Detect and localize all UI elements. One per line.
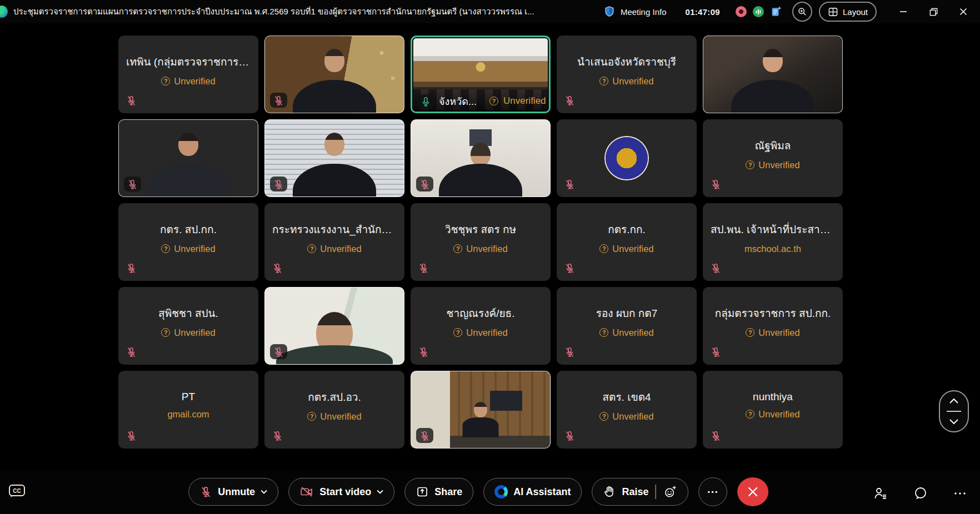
participant-tile-20[interactable]: กลุ่มตรวจราชการ สป.กก. ?Unverified xyxy=(703,287,843,365)
muted-mic-icon xyxy=(126,263,137,274)
participant-tile-7[interactable] xyxy=(264,119,404,197)
participant-tile-25[interactable]: nunthiya ?Unverified xyxy=(703,371,843,449)
grid-layout-icon xyxy=(828,7,838,17)
question-badge-icon: ? xyxy=(161,244,170,253)
recording-indicator-icon[interactable] xyxy=(736,6,747,17)
more-options-button[interactable]: ··· xyxy=(698,477,727,506)
start-video-button[interactable]: Start video xyxy=(288,478,394,506)
participant-tile-4[interactable]: นำเสนอจังหวัดราชบุรี ?Unverified xyxy=(557,36,697,113)
raise-hand-button[interactable]: Raise xyxy=(592,478,689,506)
minimize-button[interactable] xyxy=(892,2,914,22)
question-badge-icon: ? xyxy=(453,328,462,337)
participant-tile-9[interactable] xyxy=(557,119,697,197)
muted-mic-icon xyxy=(199,486,212,498)
verification-status: mschool.ac.th xyxy=(711,244,835,254)
restore-button[interactable] xyxy=(922,2,944,22)
question-badge-icon: ? xyxy=(746,160,754,169)
active-speaker-overlay: จังหวัด... ?Unverified xyxy=(412,90,549,112)
scroll-up-button[interactable] xyxy=(949,398,959,404)
audio-level-icon[interactable] xyxy=(753,6,764,17)
ai-assistant-button[interactable]: AI Assistant xyxy=(483,478,582,506)
muted-mic-icon xyxy=(126,346,137,358)
svg-text:CC: CC xyxy=(13,488,21,494)
muted-mic-icon xyxy=(564,179,576,190)
participant-tile-24[interactable]: สตร. เขต4 ?Unverified xyxy=(557,371,697,449)
start-video-label: Start video xyxy=(319,486,371,498)
muted-mic-icon xyxy=(564,95,576,107)
chat-button[interactable] xyxy=(912,485,929,502)
question-badge-icon: ? xyxy=(746,328,754,337)
participant-tile-5[interactable] xyxy=(703,36,843,113)
participant-tile-17[interactable] xyxy=(264,287,404,365)
participant-tile-18[interactable]: ชาญณรงค์/ยธ. ?Unverified xyxy=(411,287,551,365)
share-button[interactable]: Share xyxy=(404,478,473,506)
participants-button[interactable] xyxy=(872,485,889,502)
participant-name: สป.พน. เจ้าหน้าที่ประสาน... xyxy=(711,221,835,238)
verification-status: ?Unverified xyxy=(126,76,251,87)
question-badge-icon: ? xyxy=(599,244,608,253)
reactions-emoji-icon[interactable] xyxy=(663,485,677,499)
unmute-button[interactable]: Unmute xyxy=(188,478,278,506)
participant-tile-10[interactable]: ณัฐพิมล ?Unverified xyxy=(703,119,843,197)
participant-tile-22[interactable]: กตร.สป.อว. ?Unverified xyxy=(264,371,404,449)
participant-tile-15[interactable]: สป.พน. เจ้าหน้าที่ประสาน... mschool.ac.t… xyxy=(703,203,843,281)
muted-mic-icon xyxy=(273,95,284,107)
muted-mic-icon xyxy=(710,430,722,442)
participant-tile-1[interactable]: เทพิน (กลุ่มตรวจราชการ ก... ?Unverified xyxy=(118,36,258,113)
meeting-info-button[interactable]: Meeting Info xyxy=(603,5,667,18)
muted-mic-icon xyxy=(419,430,431,442)
closed-captions-button[interactable]: CC xyxy=(8,483,28,502)
participant-name: ณัฐพิมล xyxy=(711,137,835,154)
participant-tile-12[interactable]: กระทรวงแรงงาน_สำนักตร... ?Unverified xyxy=(264,203,404,281)
muted-mic-icon xyxy=(126,95,137,107)
participant-tile-8[interactable] xyxy=(411,119,551,197)
meeting-clock: 01:47:09 xyxy=(686,7,720,17)
layout-button[interactable]: Layout xyxy=(819,2,877,22)
meeting-info-label: Meeting Info xyxy=(621,7,667,17)
verification-status: ?Unverified xyxy=(564,411,689,422)
question-badge-icon: ? xyxy=(599,77,608,85)
window-controls xyxy=(892,2,974,22)
question-badge-icon: ? xyxy=(161,77,170,85)
zoom-button[interactable] xyxy=(792,2,812,22)
leave-meeting-button[interactable] xyxy=(737,477,768,506)
chevron-down-icon[interactable] xyxy=(377,490,383,494)
share-label: Share xyxy=(434,486,462,498)
participant-tile-2[interactable] xyxy=(264,36,404,113)
meeting-window: ประชุมตรวจราชการตามแผนการตรวจราชการประจำ… xyxy=(0,0,980,514)
participant-name: จังหวัด... xyxy=(439,93,477,109)
participant-tile-11[interactable]: กตร. สป.กก. ?Unverified xyxy=(118,203,258,281)
muted-mic-icon xyxy=(710,263,722,274)
participant-tile-19[interactable]: รอง ผบก กต7 ?Unverified xyxy=(557,287,697,365)
participant-tile-3[interactable]: จังหวัด... ?Unverified xyxy=(411,36,551,113)
participant-name: สตร. เขต4 xyxy=(564,389,689,405)
ellipsis-icon: ··· xyxy=(707,486,718,498)
close-button[interactable] xyxy=(952,2,974,22)
muted-mic-icon xyxy=(273,346,284,358)
participant-tile-6[interactable] xyxy=(118,119,258,197)
title-bar: ประชุมตรวจราชการตามแผนการตรวจราชการประจำ… xyxy=(0,0,980,23)
participant-tile-13[interactable]: วิชชุพร สตร กษ ?Unverified xyxy=(411,203,551,281)
question-badge-icon: ? xyxy=(453,244,462,253)
shield-icon xyxy=(603,5,616,18)
chevron-down-icon[interactable] xyxy=(261,490,267,494)
participant-tile-21[interactable]: PT gmail.com xyxy=(118,371,258,449)
person-silhouette xyxy=(471,143,491,166)
participant-name: นำเสนอจังหวัดราชบุรี xyxy=(564,53,689,70)
participant-tile-16[interactable]: สุพิชชา สปน. ?Unverified xyxy=(118,287,258,365)
participant-name: เทพิน (กลุ่มตรวจราชการ ก... xyxy=(126,53,251,70)
scroll-down-button[interactable] xyxy=(949,419,959,425)
question-badge-icon: ? xyxy=(489,97,498,105)
more-panels-button[interactable] xyxy=(952,485,968,502)
participant-tile-23[interactable] xyxy=(411,371,551,449)
organization-seal-icon xyxy=(606,137,648,179)
participant-tile-14[interactable]: กตร.กก. ?Unverified xyxy=(557,203,697,281)
muted-mic-icon xyxy=(710,179,722,190)
participant-name: สุพิชชา สปน. xyxy=(126,305,251,321)
verification-status: gmail.com xyxy=(126,409,251,420)
notes-icon[interactable] xyxy=(770,6,782,18)
participant-name: กตร.กก. xyxy=(564,221,689,238)
participant-name: วิชชุพร สตร กษ xyxy=(418,221,543,238)
unmute-label: Unmute xyxy=(218,486,255,498)
raise-label: Raise xyxy=(622,486,649,498)
